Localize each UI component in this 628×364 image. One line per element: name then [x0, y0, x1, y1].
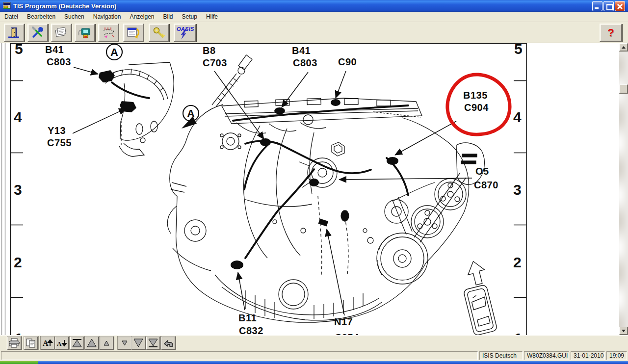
label-b41-top: B41 C803 [292, 45, 317, 68]
application-window: TIS Programm (Deutsche Version) Datei Be… [0, 0, 628, 364]
label-b11: B11 C832 [238, 312, 263, 335]
vehicle-direction-indicator [457, 259, 499, 335]
panel-edge-lines [2, 43, 5, 335]
zoom-up-max-icon [72, 338, 82, 348]
svg-text:C755: C755 [47, 137, 72, 148]
menu-navigation[interactable]: Navigation [89, 12, 126, 21]
tools-button[interactable] [27, 24, 48, 42]
svg-text:4: 4 [14, 109, 22, 125]
copy-button[interactable] [24, 337, 38, 350]
menu-bearbeiten[interactable]: Bearbeiten [23, 12, 60, 21]
wiring-route-button[interactable] [98, 24, 119, 42]
svg-text:A: A [43, 339, 49, 347]
svg-text:B8: B8 [203, 45, 216, 56]
window-refresh-button[interactable] [123, 24, 144, 42]
svg-text:C832: C832 [239, 325, 263, 335]
zoom-down-max-button[interactable] [146, 337, 160, 350]
exit-button[interactable] [4, 24, 25, 42]
minimize-button[interactable] [592, 1, 602, 11]
viewer-button[interactable] [75, 24, 95, 42]
zoom-down-icon [133, 338, 144, 348]
ruler-left: 5 4 3 2 1 [14, 43, 23, 335]
label-c90: C90 [338, 56, 357, 67]
menu-setup[interactable]: Setup [178, 12, 202, 21]
scroll-up-button[interactable] [619, 43, 628, 52]
tools-icon [31, 26, 45, 40]
window-title: TIS Programm (Deutsche Version) [13, 2, 592, 10]
status-date: 31-01-2010 [571, 351, 605, 360]
zoom-up-button[interactable] [85, 337, 99, 350]
zoom-up-max-button[interactable] [70, 337, 84, 350]
title-bar: TIS Programm (Deutsche Version) [0, 0, 628, 12]
menu-suchen[interactable]: Suchen [60, 12, 89, 21]
svg-text:4: 4 [513, 109, 522, 125]
key-button[interactable] [149, 24, 169, 42]
restore-button[interactable] [603, 1, 614, 11]
status-filename: W80Z0384.GUI [524, 351, 569, 360]
scroll-down-button[interactable] [619, 327, 628, 335]
oasis-button[interactable]: OASIS [174, 24, 196, 42]
label-b8: B8 C703 [203, 45, 227, 68]
taskbar-edge [0, 361, 628, 364]
label-y13: Y13 C755 [47, 125, 72, 148]
vertical-scrollbar[interactable] [619, 43, 628, 335]
help-icon: ? [607, 27, 614, 38]
status-message-panel [1, 351, 478, 360]
label-n17: N17 C954 [334, 316, 359, 335]
status-bar: ISIS Deutsch W80Z0384.GUI 31-01-2010 19:… [0, 350, 628, 361]
back-button[interactable] [161, 337, 176, 350]
svg-text:C703: C703 [203, 57, 227, 68]
zoom-up-small-button[interactable] [100, 337, 114, 350]
svg-text:3: 3 [513, 182, 522, 198]
svg-text:O5: O5 [475, 166, 489, 177]
svg-text:2: 2 [513, 254, 522, 270]
label-o5: O5 C870 [474, 166, 498, 190]
print-button[interactable] [7, 337, 22, 350]
help-button[interactable]: ? [600, 24, 622, 42]
svg-text:3: 3 [14, 182, 22, 198]
label-b41-left: B41 C803 [45, 44, 71, 67]
zone-marker-a1: A [106, 44, 122, 60]
status-time: 19:09 [606, 351, 627, 360]
zoom-down-small-button[interactable] [118, 337, 132, 350]
image-toolbar: A A [0, 335, 628, 350]
svg-text:2: 2 [14, 254, 22, 270]
triangle-down-icon [622, 330, 626, 332]
close-button[interactable] [615, 1, 625, 11]
font-smaller-button[interactable]: A [55, 337, 69, 350]
engine-line-art [102, 55, 484, 322]
copy-icon [26, 338, 36, 348]
diagram-frame [10, 43, 526, 335]
menu-hilfe[interactable]: Hilfe [202, 12, 222, 21]
back-icon [162, 338, 174, 348]
svg-text:C870: C870 [474, 180, 498, 190]
font-smaller-icon: A [56, 338, 68, 348]
svg-text:B41: B41 [292, 45, 311, 56]
zoom-up-icon [86, 338, 97, 348]
scrollbar-thumb[interactable] [619, 84, 628, 94]
status-language: ISIS Deutsch [479, 351, 523, 360]
menu-bild[interactable]: Bild [159, 12, 178, 21]
documents-icon [54, 26, 69, 40]
start-button-edge[interactable] [0, 361, 38, 364]
svg-text:1: 1 [514, 330, 523, 335]
menu-datei[interactable]: Datei [0, 12, 23, 21]
main-toolbar: OASIS ? [0, 22, 628, 43]
diagram-area: 5 4 3 2 1 5 4 3 2 1 [0, 43, 628, 335]
svg-text:C803: C803 [47, 56, 71, 67]
app-icon [3, 2, 11, 10]
font-larger-button[interactable]: A [41, 337, 55, 350]
connector-blobs [99, 70, 398, 269]
zoom-down-button[interactable] [131, 337, 146, 350]
menu-anzeigen[interactable]: Anzeigen [125, 12, 158, 21]
svg-text:Y13: Y13 [48, 125, 66, 136]
svg-text:B41: B41 [45, 44, 64, 55]
key-icon [152, 26, 166, 40]
window-refresh-icon [126, 26, 141, 40]
svg-text:5: 5 [514, 43, 523, 57]
zone-marker-a2: A [182, 105, 199, 129]
svg-text:C904: C904 [464, 102, 489, 113]
documents-button[interactable] [51, 24, 72, 42]
font-larger-icon: A [42, 338, 53, 348]
wiring-route-icon [101, 26, 116, 40]
